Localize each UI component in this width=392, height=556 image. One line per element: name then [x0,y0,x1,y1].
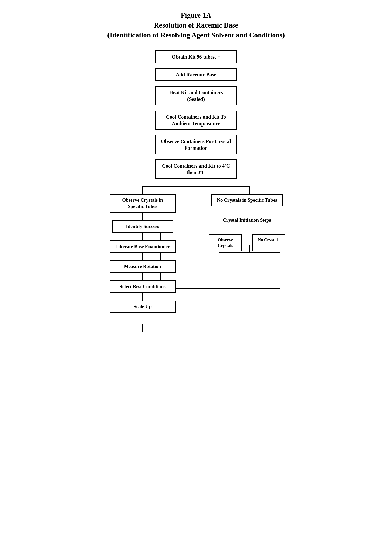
flowchart: Obtain Kit 96 tubes, + Add Racemic Base … [82,50,311,372]
connector [142,233,143,240]
step-identify-success: Identify Success [112,220,173,233]
step-select-best: Select Best Conditions [110,280,176,293]
step-crystal-initiation: Crystal Initiation Steps [214,214,280,226]
connector [196,81,196,86]
connector [196,105,196,111]
right-branch: No Crystals in Specific Tubes Crystal In… [209,194,285,252]
sub-branch: Observe Crystals No Crystals [209,234,285,251]
sub-branch-row: Observe Crystals No Crystals [209,234,285,251]
title-line2: Resolution of Racemic Base [154,21,238,29]
step-cool-4c: Cool Containers and Kit to 4ºC then 0ºC [155,159,237,179]
step-observe-crystals-sub: Observe Crystals [209,234,242,251]
title-line3: (Identification of Resolving Agent Solve… [107,31,285,39]
step-no-crystals-sub: No Crystals [252,234,285,251]
connector [196,63,196,68]
step-measure-rotation: Measure Rotation [110,260,176,273]
step-scale-up: Scale Up [110,301,176,313]
step-no-crystals-specific: No Crystals in Specific Tubes [211,194,283,207]
step-cool-ambient: Cool Containers and Kit To Ambient Tempe… [155,111,237,130]
step-add-racemic: Add Racemic Base [155,68,237,81]
step-heat-kit: Heat Kit and Containers (Sealed) [155,86,237,105]
step-observe-containers: Observe Containers For Crystal Formation [155,135,237,154]
connector [142,273,143,280]
connector [142,293,143,301]
page: Figure 1A Resolution of Racemic Base (Id… [82,10,311,546]
left-branch: Observe Crystals in Specific Tubes Ident… [107,194,178,313]
connector [142,213,143,220]
connector [196,130,196,135]
connector [142,253,143,260]
connector [196,154,196,159]
branch-container: Observe Crystals in Specific Tubes Ident… [102,179,290,372]
title-line1: Figure 1A [181,11,211,19]
connector [247,206,247,214]
step-observe-crystals-specific: Observe Crystals in Specific Tubes [110,194,176,213]
step-obtain-kit: Obtain Kit 96 tubes, + [155,50,237,63]
title-block: Figure 1A Resolution of Racemic Base (Id… [107,10,285,40]
step-liberate-base: Liberate Base Enantiomer [110,240,176,253]
